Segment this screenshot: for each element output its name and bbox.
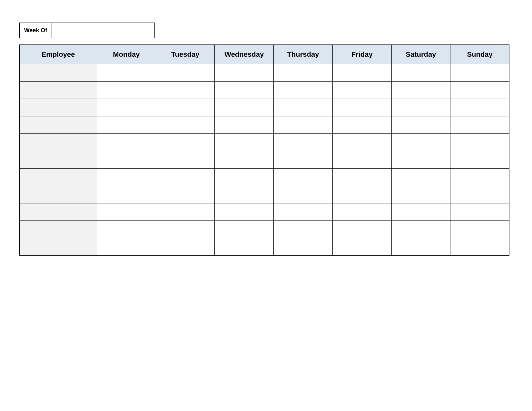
- schedule-cell[interactable]: [97, 169, 156, 186]
- table-row: [20, 186, 509, 203]
- week-of-box: Week Of: [19, 23, 155, 38]
- schedule-cell[interactable]: [332, 64, 391, 82]
- schedule-table: Employee Monday Tuesday Wednesday Thursd…: [19, 44, 509, 256]
- schedule-cell[interactable]: [215, 151, 274, 169]
- schedule-cell[interactable]: [391, 203, 450, 221]
- schedule-cell[interactable]: [156, 134, 215, 151]
- schedule-cell[interactable]: [332, 238, 391, 256]
- schedule-cell[interactable]: [274, 116, 333, 134]
- employee-cell[interactable]: [20, 116, 97, 134]
- schedule-cell[interactable]: [450, 116, 509, 134]
- schedule-cell[interactable]: [156, 203, 215, 221]
- employee-cell[interactable]: [20, 64, 97, 82]
- schedule-cell[interactable]: [332, 82, 391, 99]
- schedule-cell[interactable]: [156, 186, 215, 203]
- schedule-cell[interactable]: [274, 64, 333, 82]
- employee-cell[interactable]: [20, 151, 97, 169]
- schedule-cell[interactable]: [332, 203, 391, 221]
- schedule-cell[interactable]: [391, 116, 450, 134]
- schedule-cell[interactable]: [156, 82, 215, 99]
- employee-cell[interactable]: [20, 82, 97, 99]
- table-row: [20, 134, 509, 151]
- schedule-cell[interactable]: [450, 186, 509, 203]
- schedule-cell[interactable]: [97, 64, 156, 82]
- employee-cell[interactable]: [20, 99, 97, 116]
- schedule-cell[interactable]: [391, 64, 450, 82]
- schedule-body: [20, 64, 509, 256]
- schedule-cell[interactable]: [156, 99, 215, 116]
- schedule-cell[interactable]: [391, 151, 450, 169]
- schedule-cell[interactable]: [450, 99, 509, 116]
- schedule-cell[interactable]: [274, 186, 333, 203]
- schedule-cell[interactable]: [332, 116, 391, 134]
- schedule-cell[interactable]: [332, 99, 391, 116]
- schedule-cell[interactable]: [450, 151, 509, 169]
- schedule-cell[interactable]: [274, 99, 333, 116]
- schedule-cell[interactable]: [450, 134, 509, 151]
- header-tuesday: Tuesday: [156, 45, 215, 64]
- schedule-cell[interactable]: [97, 134, 156, 151]
- schedule-cell[interactable]: [450, 221, 509, 238]
- schedule-cell[interactable]: [156, 116, 215, 134]
- schedule-cell[interactable]: [274, 221, 333, 238]
- table-row: [20, 82, 509, 99]
- schedule-cell[interactable]: [97, 82, 156, 99]
- schedule-cell[interactable]: [274, 169, 333, 186]
- schedule-cell[interactable]: [274, 82, 333, 99]
- schedule-cell[interactable]: [215, 82, 274, 99]
- schedule-cell[interactable]: [332, 134, 391, 151]
- schedule-cell[interactable]: [450, 203, 509, 221]
- schedule-cell[interactable]: [450, 169, 509, 186]
- schedule-cell[interactable]: [274, 238, 333, 256]
- employee-cell[interactable]: [20, 169, 97, 186]
- schedule-cell[interactable]: [332, 186, 391, 203]
- schedule-cell[interactable]: [274, 134, 333, 151]
- schedule-cell[interactable]: [215, 238, 274, 256]
- schedule-cell[interactable]: [215, 221, 274, 238]
- schedule-cell[interactable]: [97, 238, 156, 256]
- schedule-cell[interactable]: [97, 116, 156, 134]
- schedule-cell[interactable]: [97, 99, 156, 116]
- schedule-cell[interactable]: [391, 221, 450, 238]
- schedule-cell[interactable]: [156, 221, 215, 238]
- employee-cell[interactable]: [20, 186, 97, 203]
- schedule-cell[interactable]: [450, 82, 509, 99]
- schedule-cell[interactable]: [391, 169, 450, 186]
- schedule-cell[interactable]: [156, 64, 215, 82]
- schedule-cell[interactable]: [97, 221, 156, 238]
- schedule-cell[interactable]: [450, 64, 509, 82]
- header-sunday: Sunday: [450, 45, 509, 64]
- schedule-cell[interactable]: [391, 134, 450, 151]
- schedule-cell[interactable]: [215, 64, 274, 82]
- week-of-input[interactable]: [52, 23, 154, 38]
- schedule-cell[interactable]: [215, 116, 274, 134]
- schedule-cell[interactable]: [97, 203, 156, 221]
- schedule-cell[interactable]: [97, 151, 156, 169]
- schedule-cell[interactable]: [215, 169, 274, 186]
- employee-cell[interactable]: [20, 203, 97, 221]
- schedule-cell[interactable]: [215, 203, 274, 221]
- table-row: [20, 238, 509, 256]
- employee-cell[interactable]: [20, 238, 97, 256]
- employee-cell[interactable]: [20, 134, 97, 151]
- table-row: [20, 151, 509, 169]
- schedule-cell[interactable]: [274, 203, 333, 221]
- schedule-cell[interactable]: [97, 186, 156, 203]
- schedule-cell[interactable]: [156, 238, 215, 256]
- schedule-cell[interactable]: [391, 238, 450, 256]
- schedule-cell[interactable]: [391, 82, 450, 99]
- schedule-cell[interactable]: [391, 186, 450, 203]
- schedule-cell[interactable]: [450, 238, 509, 256]
- schedule-cell[interactable]: [391, 99, 450, 116]
- schedule-cell[interactable]: [215, 186, 274, 203]
- employee-cell[interactable]: [20, 221, 97, 238]
- schedule-cell[interactable]: [332, 169, 391, 186]
- schedule-cell[interactable]: [215, 99, 274, 116]
- schedule-cell[interactable]: [156, 151, 215, 169]
- schedule-cell[interactable]: [332, 221, 391, 238]
- schedule-cell[interactable]: [156, 169, 215, 186]
- schedule-cell[interactable]: [215, 134, 274, 151]
- schedule-cell[interactable]: [332, 151, 391, 169]
- table-row: [20, 99, 509, 116]
- schedule-cell[interactable]: [274, 151, 333, 169]
